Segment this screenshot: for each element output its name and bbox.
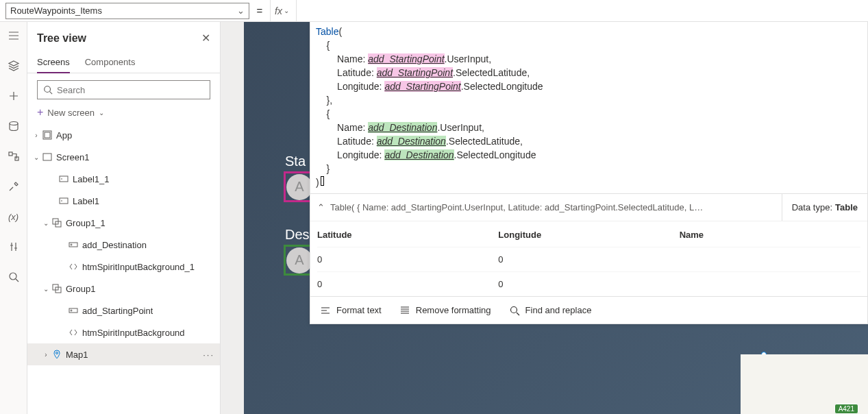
new-screen-label: New screen <box>47 108 95 118</box>
svg-rect-6 <box>45 132 50 138</box>
tree-node-screen1[interactable]: ⌄ Screen1 <box>27 146 220 168</box>
svg-rect-1 <box>9 152 12 156</box>
tree-node-add-destination[interactable]: add_Destination <box>27 234 220 256</box>
canvas-area: Sta A Des A A421 Table( { Name: add_Star… <box>221 22 868 414</box>
tree-node-label1-1[interactable]: Label1_1 <box>27 168 220 190</box>
html-icon <box>67 328 79 337</box>
road-badge: A421 <box>834 404 858 414</box>
tree-node-label: add_Destination <box>79 240 147 250</box>
placeholder-icon: A <box>286 247 312 273</box>
svg-rect-7 <box>43 154 51 160</box>
tree-node-group1[interactable]: ⌄ Group1 <box>27 278 220 300</box>
tab-components[interactable]: Components <box>85 53 136 73</box>
tree-node-htmbg1[interactable]: htmSpiritInputBackground_1 <box>27 256 220 278</box>
chevron-right-icon: › <box>32 132 41 139</box>
address-input-icon <box>67 306 79 315</box>
new-screen-button[interactable]: + New screen ⌄ <box>27 103 220 124</box>
column-name: Name <box>680 230 860 240</box>
tree-node-label1[interactable]: Label1 <box>27 190 220 212</box>
tree-node-group1-1[interactable]: ⌄ Group1_1 <box>27 212 220 234</box>
table-row: 0 0 <box>317 247 860 271</box>
chevron-right-icon: › <box>41 351 51 358</box>
tree-view-title: Tree view <box>37 32 201 45</box>
placeholder-icon: A <box>286 174 312 200</box>
property-selector-value: RouteWaypoints_Items <box>10 5 237 16</box>
label-icon <box>58 196 70 206</box>
tree-node-label: htmSpiritInputBackground <box>79 328 185 338</box>
formula-editor[interactable]: Table( { Name: add_StartingPoint.UserInp… <box>310 22 867 193</box>
formula-bar-expanded: Table( { Name: add_StartingPoint.UserInp… <box>310 22 868 324</box>
svg-point-17 <box>71 310 72 311</box>
format-text-button[interactable]: Format text <box>320 305 382 316</box>
svg-rect-8 <box>60 176 68 182</box>
screen-icon <box>41 152 53 162</box>
search-input[interactable] <box>57 85 204 95</box>
plus-icon[interactable] <box>7 89 21 103</box>
chevron-down-icon: ⌄ <box>41 285 51 293</box>
more-icon[interactable]: ··· <box>203 350 214 360</box>
fx-label: fx <box>275 5 282 16</box>
tree-node-label: Label1 <box>70 196 99 206</box>
tree-node-label: App <box>53 130 72 141</box>
tree-node-app[interactable]: › App <box>27 124 220 146</box>
divider <box>296 0 297 21</box>
fx-button[interactable]: fx ⌄ <box>270 0 293 21</box>
tree-node-label: Label1_1 <box>70 174 110 184</box>
group-icon <box>51 218 63 228</box>
tree-node-map1[interactable]: › Map1 ··· <box>27 343 220 365</box>
variable-icon[interactable]: (x) <box>7 210 21 223</box>
caret <box>321 176 324 186</box>
svg-point-0 <box>10 122 18 125</box>
tree-node-add-starting[interactable]: add_StartingPoint <box>27 300 220 321</box>
destination-label: Des <box>285 227 310 243</box>
hamburger-icon[interactable] <box>7 29 21 42</box>
equals-label: = <box>249 5 270 16</box>
label-icon <box>58 174 70 184</box>
plus-icon: + <box>37 106 43 119</box>
data-type-label: Data type: Table <box>782 194 867 221</box>
chevron-down-icon: ⌄ <box>32 154 41 161</box>
column-longitude: Longitude <box>498 230 679 240</box>
svg-point-3 <box>10 273 16 280</box>
result-summary: Table( { Name: add_StartingPoint.UserInp… <box>330 202 703 212</box>
map-icon <box>51 350 63 359</box>
tree-view-panel: Tree view ✕ Screens Components + New scr… <box>27 22 221 414</box>
tree-node-label: Group1 <box>63 284 95 294</box>
chevron-up-icon[interactable]: ⌃ <box>317 202 325 212</box>
tree-node-label: Map1 <box>63 350 88 360</box>
map-control[interactable]: A421 <box>741 354 868 414</box>
app-icon <box>41 130 53 140</box>
close-icon[interactable]: ✕ <box>201 32 210 45</box>
tree-node-label: add_StartingPoint <box>79 306 153 316</box>
chevron-down-icon: ⌄ <box>237 5 245 16</box>
settings-icon[interactable] <box>7 240 21 254</box>
tree-search[interactable] <box>37 80 210 99</box>
svg-point-18 <box>56 352 58 354</box>
find-replace-button[interactable]: Find and replace <box>509 305 592 316</box>
tools-icon[interactable] <box>7 180 21 193</box>
remove-formatting-button[interactable]: Remove formatting <box>399 305 491 316</box>
result-table: Latitude Longitude Name 0 0 0 0 <box>310 221 867 296</box>
address-input-icon <box>67 240 79 249</box>
layers-icon[interactable] <box>7 59 21 73</box>
tree-node-htmbg[interactable]: htmSpiritInputBackground <box>27 321 220 343</box>
search-icon[interactable] <box>7 270 21 284</box>
svg-rect-9 <box>60 198 68 204</box>
left-rail: (x) <box>0 22 27 414</box>
column-latitude: Latitude <box>317 230 498 240</box>
flow-icon[interactable] <box>7 149 21 163</box>
data-icon[interactable] <box>7 119 21 133</box>
chevron-down-icon: ⌄ <box>284 7 289 14</box>
result-bar: ⌃ Table( { Name: add_StartingPoint.UserI… <box>310 193 867 221</box>
tree-node-label: Group1_1 <box>63 218 106 228</box>
tree-node-label: Screen1 <box>53 152 89 162</box>
tree-node-label: htmSpiritInputBackground_1 <box>79 262 195 272</box>
table-row: 0 0 <box>317 271 860 296</box>
tab-screens[interactable]: Screens <box>37 53 70 73</box>
html-icon <box>67 262 79 271</box>
property-selector[interactable]: RouteWaypoints_Items ⌄ <box>5 3 249 19</box>
svg-point-13 <box>71 244 72 245</box>
chevron-down-icon: ⌄ <box>41 219 51 227</box>
svg-point-19 <box>510 306 517 313</box>
starting-point-label: Sta <box>285 154 306 169</box>
